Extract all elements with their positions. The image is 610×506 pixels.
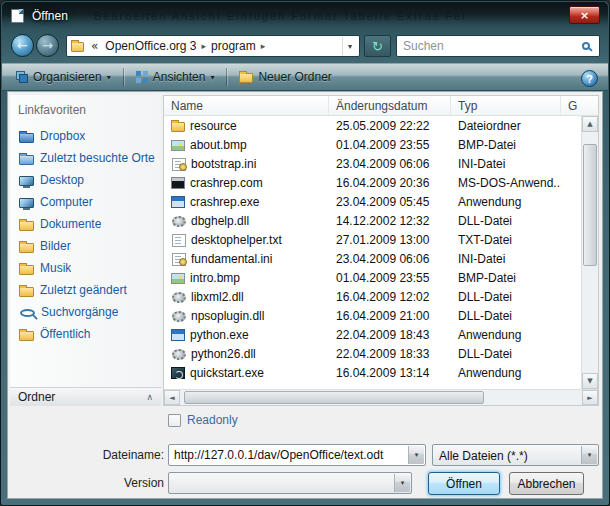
sidebar-item-dropbox[interactable]: Dropbox [10,125,161,147]
file-row[interactable]: python26.dll22.04.2009 18:33DLL-Datei [164,344,581,363]
organize-icon [16,71,28,83]
breadcrumb-overflow[interactable]: « [91,39,98,53]
version-dropdown-icon[interactable]: ▾ [394,474,410,492]
sidebar-item-zuletzt-ge-ndert[interactable]: Zuletzt geändert [10,279,161,301]
file-list: NameÄnderungsdatumTypG resource25.05.200… [163,95,599,406]
file-row[interactable]: bootstrap.ini23.04.2009 06:06INI-Datei [164,154,581,173]
organize-button[interactable]: Organisieren ▾ [8,67,119,87]
cancel-button[interactable]: Abbrechen [509,472,584,495]
navigation-bar: ← → « OpenOffice.org 3 ▸ program ▸ ▾ ↻ [2,29,608,63]
sidebar-item-musik[interactable]: Musik [10,257,161,279]
file-row[interactable]: intro.bmp01.04.2009 23:55BMP-Datei [164,268,581,287]
refresh-button[interactable]: ↻ [364,35,391,57]
column-header[interactable]: Typ [451,96,561,115]
sidebar-item-dokumente[interactable]: Dokumente [10,213,161,235]
toolbar-separator [226,68,227,86]
file-date: 14.12.2002 12:32 [329,214,451,228]
titlebar[interactable]: Öffnen Bearbeiten Ansicht Einfügen Forma… [2,2,608,29]
list-header: NameÄnderungsdatumTypG [164,96,598,116]
favorites-header: Linkfavoriten [18,103,161,117]
folders-expander[interactable]: Ordner ∧ [10,387,161,406]
breadcrumb-separator-icon[interactable]: ▸ [260,41,267,51]
scroll-left-icon[interactable]: ◄ [164,390,180,405]
dos-icon [171,177,185,189]
file-date: 16.04.2009 21:00 [329,309,451,323]
file-date: 27.01.2009 13:00 [329,233,451,247]
sidebar-item-suchvorg-nge[interactable]: Suchvorgänge [10,301,161,323]
scroll-up-icon[interactable]: ▲ [582,116,598,132]
file-name: python.exe [190,328,249,342]
back-button[interactable]: ← [11,34,34,57]
recent-places-icon [19,155,34,165]
filename-dropdown-icon[interactable]: ▾ [408,446,424,464]
ini-icon [172,253,186,266]
sidebar-item-bilder[interactable]: Bilder [10,235,161,257]
image-icon [171,140,185,151]
file-name: python26.dll [191,347,256,361]
filename-input[interactable] [170,446,406,464]
file-row[interactable]: crashrep.com16.04.2009 20:36MS-DOS-Anwen… [164,173,581,192]
readonly-checkbox[interactable] [168,414,181,427]
favorites-sidebar: Linkfavoriten DropboxZuletzt besuchte Or… [10,95,161,406]
version-select[interactable]: ▾ [168,472,412,494]
sidebar-item-label: Desktop [40,173,84,187]
dll-icon [172,216,186,227]
address-dropdown-icon[interactable]: ▾ [342,37,357,55]
file-row[interactable]: npsoplugin.dll16.04.2009 21:00DLL-Datei [164,306,581,325]
file-name: fundamental.ini [191,252,272,266]
file-date: 16.04.2009 20:36 [329,176,451,190]
readonly-label[interactable]: Readonly [187,413,238,427]
breadcrumb-root[interactable]: OpenOffice.org 3 [101,37,200,55]
file-name: bootstrap.ini [191,157,256,171]
column-header[interactable]: G [561,96,598,115]
horizontal-scroll-thumb[interactable] [184,391,484,404]
file-row[interactable]: resource25.05.2009 22:22Dateiordner [164,116,581,135]
address-bar[interactable]: « OpenOffice.org 3 ▸ program ▸ ▾ [66,35,360,57]
sidebar-item-label: Dokumente [40,217,101,231]
file-name: about.bmp [190,138,247,152]
file-type: BMP-Datei [451,138,561,152]
file-name: desktophelper.txt [191,233,282,247]
file-row[interactable]: libxml2.dll16.04.2009 12:02DLL-Datei [164,287,581,306]
filetype-dropdown-icon[interactable]: ▾ [581,446,597,464]
file-row[interactable]: fundamental.ini23.04.2009 06:06INI-Datei [164,249,581,268]
searches-icon [20,309,35,317]
sidebar-item-zuletzt-besuchte-orte[interactable]: Zuletzt besuchte Orte [10,147,161,169]
file-row[interactable]: desktophelper.txt27.01.2009 13:00TXT-Dat… [164,230,581,249]
sidebar-item-label: Computer [40,195,93,209]
open-button[interactable]: Öffnen [428,472,500,495]
forward-button[interactable]: → [36,34,59,57]
file-row[interactable]: quickstart.exe16.04.2009 13:14Anwendung [164,363,581,382]
scroll-down-icon[interactable]: ▼ [582,373,598,389]
version-label: Version [48,476,164,490]
column-header[interactable]: Änderungsdatum [329,96,451,115]
horizontal-scrollbar[interactable]: ◄ ► [164,389,598,405]
breadcrumb-current[interactable]: program [207,37,260,55]
sidebar-item-computer[interactable]: Computer [10,191,161,213]
search-input[interactable] [397,39,582,53]
file-type: INI-Datei [451,157,561,171]
file-row[interactable]: dbghelp.dll14.12.2002 12:32DLL-Datei [164,211,581,230]
file-row[interactable]: crashrep.exe23.04.2009 05:45Anwendung [164,192,581,211]
close-button[interactable]: × [569,6,600,24]
scroll-right-icon[interactable]: ► [582,390,598,405]
new-folder-label: Neuer Ordner [258,70,331,84]
views-button[interactable]: Ansichten ▾ [128,67,223,87]
sidebar-item-desktop[interactable]: Desktop [10,169,161,191]
file-row[interactable]: python.exe22.04.2009 18:43Anwendung [164,325,581,344]
vertical-scrollbar[interactable]: ▲ ▼ [581,116,598,389]
file-row[interactable]: about.bmp01.04.2009 23:55BMP-Datei [164,135,581,154]
help-button[interactable]: ? [581,70,598,87]
music-icon [19,265,34,275]
search-icon[interactable] [582,42,590,50]
file-date: 25.05.2009 22:22 [329,119,451,133]
file-date: 23.04.2009 06:06 [329,252,451,266]
ini-icon [172,158,186,171]
sidebar-item-ffentlich[interactable]: Öffentlich [10,323,161,345]
column-header[interactable]: Name [164,96,329,115]
new-folder-button[interactable]: Neuer Ordner [231,67,339,87]
file-type: DLL-Datei [451,347,561,361]
vertical-scroll-thumb[interactable] [583,144,597,266]
filetype-select[interactable]: Alle Dateien (*.*) ▾ [432,444,599,466]
file-type: INI-Datei [451,252,561,266]
